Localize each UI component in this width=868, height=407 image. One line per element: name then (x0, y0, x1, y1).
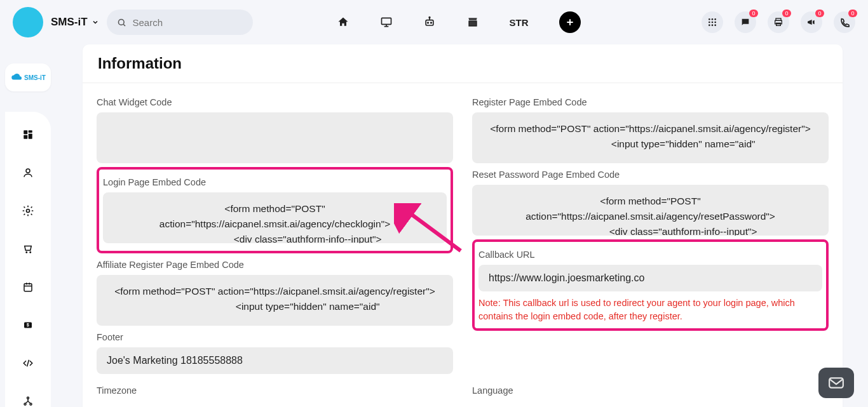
svg-rect-26 (29, 130, 32, 133)
sidebar-agent-icon[interactable] (17, 161, 39, 184)
footer-input[interactable] (97, 347, 453, 374)
search-box[interactable] (107, 10, 253, 35)
mail-icon (828, 377, 844, 389)
svg-point-20 (712, 24, 714, 26)
home-icon[interactable] (337, 16, 349, 29)
reset-embed-textarea[interactable] (472, 185, 829, 236)
main-content: Information Chat Widget Code Login Page … (64, 44, 862, 407)
affiliate-embed-label: Affiliate Register Page Embed Code (97, 260, 453, 270)
sidebar-cart-icon[interactable] (17, 237, 39, 260)
sidebar-tree-icon[interactable] (17, 390, 39, 407)
footer-label: Footer (97, 332, 453, 342)
sidebar-dashboard-icon[interactable] (17, 123, 39, 146)
header-right: 0 0 0 0 (702, 11, 855, 33)
login-embed-label: Login Page Embed Code (103, 177, 447, 187)
svg-point-6 (427, 22, 428, 23)
sidebar-settings-icon[interactable] (17, 199, 39, 222)
svg-rect-25 (24, 130, 27, 134)
monitor-icon[interactable] (380, 16, 393, 29)
svg-text:$: $ (27, 323, 29, 328)
app-name-dropdown[interactable]: SMS-iT (51, 16, 99, 29)
svg-rect-28 (24, 135, 27, 139)
svg-point-38 (27, 397, 29, 399)
svg-rect-2 (381, 18, 391, 24)
app-name-label: SMS-iT (51, 16, 88, 29)
svg-point-30 (27, 210, 30, 213)
phone-icon[interactable]: 0 (834, 11, 855, 33)
svg-rect-31 (24, 284, 32, 291)
login-embed-textarea[interactable] (103, 192, 447, 243)
printer-badge: 0 (782, 10, 791, 17)
svg-point-29 (26, 169, 30, 173)
svg-line-1 (123, 24, 125, 26)
cloud-logo-icon (10, 73, 24, 82)
robot-icon[interactable] (423, 16, 436, 29)
svg-point-16 (709, 22, 710, 23)
svg-point-39 (24, 403, 26, 405)
megaphone-badge: 0 (815, 10, 824, 17)
svg-point-18 (714, 22, 716, 23)
printer-icon[interactable]: 0 (768, 11, 789, 33)
store-icon[interactable] (466, 16, 479, 29)
svg-rect-44 (829, 378, 843, 387)
callback-note: Note: This callback url is used to redir… (478, 297, 822, 323)
callback-label: Callback URL (478, 250, 822, 260)
register-embed-textarea[interactable] (472, 112, 829, 163)
svg-line-37 (27, 360, 29, 367)
timezone-label: Timezone (97, 385, 453, 396)
card-title: Information (83, 44, 843, 83)
header-nav: STR (337, 11, 581, 33)
chat-widget-label: Chat Widget Code (97, 97, 453, 107)
register-embed-label: Register Page Embed Code (472, 97, 829, 107)
search-input[interactable] (132, 17, 242, 28)
svg-point-9 (429, 17, 430, 18)
svg-point-0 (118, 19, 124, 25)
sidebar-logo[interactable]: SMS-iT (5, 63, 51, 91)
svg-point-17 (712, 22, 714, 23)
sidebar-logo-text: SMS-iT (24, 74, 46, 81)
chat-icon[interactable]: 0 (735, 11, 756, 33)
plus-icon (565, 17, 575, 27)
callback-input[interactable] (478, 265, 822, 291)
svg-point-14 (712, 18, 714, 20)
help-widget[interactable] (818, 368, 854, 398)
information-card: Information Chat Widget Code Login Page … (83, 44, 843, 407)
sidebar-calendar-icon[interactable] (17, 276, 39, 298)
sidebar-rail: $ (5, 112, 51, 407)
login-embed-highlight: Login Page Embed Code (97, 167, 453, 253)
chat-widget-textarea[interactable] (97, 112, 453, 163)
search-icon (117, 17, 126, 28)
avatar[interactable] (13, 7, 43, 37)
chevron-down-icon (92, 18, 99, 26)
megaphone-icon[interactable]: 0 (801, 11, 822, 33)
svg-point-15 (714, 18, 716, 20)
apps-grid-icon[interactable] (702, 11, 723, 33)
phone-badge: 0 (848, 10, 857, 17)
reset-embed-label: Reset Password Page Embed Code (472, 170, 829, 180)
svg-point-13 (709, 18, 710, 20)
chat-badge: 0 (749, 10, 758, 17)
sidebar-code-icon[interactable] (17, 352, 39, 375)
affiliate-embed-textarea[interactable] (97, 275, 453, 326)
sidebar: SMS-iT $ (0, 44, 64, 407)
sidebar-billing-icon[interactable]: $ (17, 314, 39, 337)
callback-highlight: Callback URL Note: This callback url is … (472, 239, 829, 331)
svg-point-19 (709, 24, 710, 26)
top-header: SMS-iT STR 0 0 (0, 0, 868, 44)
svg-point-21 (714, 24, 716, 26)
svg-point-40 (30, 403, 32, 405)
language-label: Language (472, 385, 829, 396)
str-button[interactable]: STR (510, 17, 529, 28)
svg-point-7 (430, 22, 431, 23)
add-button[interactable] (559, 11, 581, 33)
svg-rect-27 (29, 134, 32, 139)
